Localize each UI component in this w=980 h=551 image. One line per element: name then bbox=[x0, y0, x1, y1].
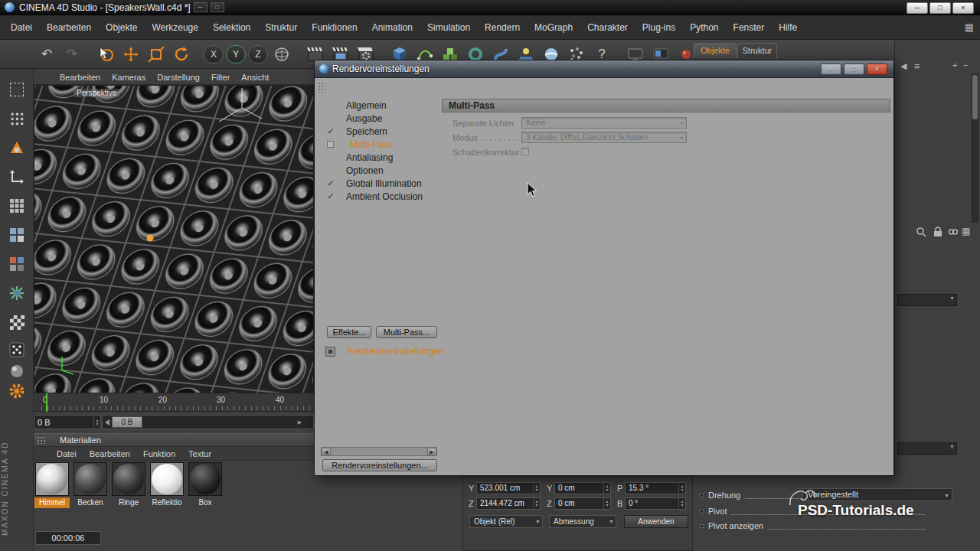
key-dot-icon[interactable] bbox=[700, 494, 704, 497]
menu-selektion[interactable]: Selektion bbox=[213, 22, 250, 33]
attribute-dropdown-bottom[interactable]: ▼ bbox=[897, 442, 957, 455]
coord-field-z2[interactable]: 0 cm▴▾ bbox=[554, 497, 611, 510]
timeline-range-handle[interactable]: 0 B bbox=[112, 416, 142, 428]
minimize-button[interactable]: ─ bbox=[906, 2, 928, 14]
spin-down-icon[interactable]: ▾ bbox=[96, 422, 98, 426]
z-axis-lock-button[interactable]: Z bbox=[248, 45, 268, 64]
scale-tool-icon[interactable] bbox=[145, 43, 168, 66]
marquee-selection-icon[interactable] bbox=[4, 77, 30, 103]
menu-plugins[interactable]: Plug-ins bbox=[642, 22, 675, 33]
schattenkorrektur-checkbox[interactable] bbox=[521, 148, 529, 155]
x-axis-lock-button[interactable]: X bbox=[204, 45, 224, 64]
dialog-titlebar[interactable]: Rendervoreinstellungen ─ □ × bbox=[315, 60, 893, 78]
coord-field-y2[interactable]: 0 cm▴▾ bbox=[554, 482, 611, 494]
y-axis-lock-button[interactable]: Y bbox=[226, 45, 246, 64]
layout-icon[interactable]: ▦ bbox=[965, 21, 974, 33]
material-thumb-ringe[interactable] bbox=[112, 462, 145, 496]
mat-menu-funktion[interactable]: Funktion bbox=[143, 449, 175, 458]
coord-size-dropdown[interactable]: Abmessung▼ bbox=[549, 515, 616, 528]
grid-blue-icon[interactable] bbox=[4, 222, 30, 248]
checkmark-icon[interactable]: ✓ bbox=[325, 126, 336, 136]
live-selection-icon[interactable] bbox=[94, 43, 117, 66]
menu-mograph[interactable]: MoGraph bbox=[534, 22, 573, 33]
axis-tool-icon[interactable] bbox=[4, 164, 30, 190]
section-optionen[interactable]: Optionen bbox=[322, 164, 439, 177]
section-multi-pass[interactable]: Multi-Pass bbox=[322, 138, 439, 151]
coord-field-y[interactable]: 523.001 cm▴▾ bbox=[476, 482, 541, 494]
render-settings-bottom-button[interactable]: Rendervoreinstellungen... bbox=[322, 459, 437, 471]
timeline-ruler[interactable]: 0 10 20 30 40 bbox=[34, 393, 314, 412]
timeline-playhead[interactable] bbox=[46, 393, 47, 412]
separate-lichter-dropdown[interactable]: Keine▼ bbox=[521, 117, 687, 129]
menu-fenster[interactable]: Fenster bbox=[733, 22, 765, 33]
material-thumb-box[interactable] bbox=[188, 462, 222, 496]
coordinate-system-icon[interactable] bbox=[270, 43, 293, 66]
multipass-button[interactable]: Multi-Pass... bbox=[376, 326, 437, 338]
sections-horizontal-scrollbar[interactable]: ◀ ▶ bbox=[321, 447, 437, 456]
material-thumb-reflektio[interactable] bbox=[150, 462, 184, 496]
checkmark-icon[interactable]: ✓ bbox=[325, 178, 336, 188]
scrollbar-thumb[interactable] bbox=[972, 75, 978, 119]
empty-checkbox-icon[interactable] bbox=[327, 141, 334, 148]
checkmark-icon[interactable]: ✓ bbox=[325, 191, 336, 201]
scroll-left-icon[interactable]: ◀ bbox=[322, 448, 331, 455]
effects-button[interactable]: Effekte... bbox=[327, 326, 371, 338]
current-frame-field[interactable]: 0 B ▴▾ bbox=[34, 415, 101, 429]
key-dot-icon[interactable] bbox=[700, 510, 704, 514]
material-thumb-himmel[interactable] bbox=[35, 462, 69, 496]
zoom-out-icon[interactable]: − bbox=[963, 60, 968, 70]
gear-icon[interactable] bbox=[4, 378, 30, 404]
material-label-reflektio[interactable]: Reflektio bbox=[149, 497, 185, 508]
materials-grip[interactable] bbox=[37, 436, 46, 444]
menu-simulation[interactable]: Simulation bbox=[427, 22, 470, 33]
menu-bearbeiten[interactable]: Bearbeiten bbox=[47, 22, 91, 33]
lock-icon[interactable] bbox=[933, 227, 943, 240]
mat-menu-datei[interactable]: Datei bbox=[57, 449, 77, 458]
material-label-becken[interactable]: Becken bbox=[73, 497, 108, 508]
material-thumb-becken[interactable] bbox=[74, 462, 107, 496]
menu-objekte[interactable]: Objekte bbox=[106, 22, 137, 33]
material-label-himmel[interactable]: Himmel bbox=[34, 497, 70, 508]
dialog-maximize-button[interactable]: □ bbox=[844, 64, 864, 75]
maximize-button[interactable]: □ bbox=[929, 2, 951, 14]
attribute-dropdown-top[interactable]: ▼ bbox=[897, 294, 957, 306]
menu-funktionen[interactable]: Funktionen bbox=[312, 22, 357, 33]
section-ausgabe[interactable]: Ausgabe bbox=[322, 112, 439, 125]
document-minimize-button[interactable]: ─ bbox=[194, 2, 207, 12]
move-tool-icon[interactable] bbox=[119, 43, 142, 66]
menu-werkzeuge[interactable]: Werkzeuge bbox=[152, 22, 198, 33]
vp-menu-darstellung[interactable]: Darstellung bbox=[157, 73, 200, 82]
dialog-minimize-button[interactable]: ─ bbox=[821, 64, 841, 75]
scroll-right-icon[interactable]: ▶ bbox=[427, 448, 436, 455]
checker-icon[interactable] bbox=[4, 309, 30, 335]
apply-button[interactable]: Anwenden bbox=[624, 515, 688, 528]
material-label-box[interactable]: Box bbox=[188, 497, 223, 508]
cone-primitive-icon[interactable] bbox=[4, 135, 30, 161]
rotate-tool-icon[interactable] bbox=[170, 43, 193, 66]
menu-python[interactable]: Python bbox=[690, 22, 718, 33]
section-ambient-occlusion[interactable]: ✓Ambient Occlusion bbox=[322, 190, 439, 203]
coord-mode-dropdown[interactable]: Objekt (Rel)▼ bbox=[469, 515, 543, 528]
vp-menu-bearbeiten[interactable]: Bearbeiten bbox=[60, 73, 100, 82]
coord-field-p[interactable]: 15.3 °▴▾ bbox=[625, 482, 686, 494]
tab-objekte[interactable]: Objekte bbox=[694, 43, 737, 58]
panel-back-icon[interactable]: ◀ bbox=[900, 61, 906, 71]
viewport-3d[interactable] bbox=[34, 85, 314, 393]
time-display-field[interactable]: 00:00:06 bbox=[35, 531, 101, 545]
menu-datei[interactable]: Datei bbox=[11, 22, 32, 33]
section-global-illumination[interactable]: ✓Global Illumination bbox=[322, 177, 439, 190]
vp-menu-kameras[interactable]: Kameras bbox=[112, 73, 145, 82]
section-allgemein[interactable]: Allgemein bbox=[322, 99, 439, 112]
tab-struktur[interactable]: Struktur bbox=[737, 43, 777, 58]
section-speichern[interactable]: ✓Speichern bbox=[322, 125, 439, 138]
modus-dropdown[interactable]: 3 Kanäle: Diffus,Glanzlicht,Schatten▼ bbox=[521, 132, 687, 143]
link-icon[interactable] bbox=[948, 227, 959, 240]
menu-struktur[interactable]: Struktur bbox=[265, 22, 297, 33]
section-antialiasing[interactable]: Antialiasing bbox=[322, 151, 439, 164]
material-label-ringe[interactable]: Ringe bbox=[111, 497, 146, 508]
render-settings-tree-icon[interactable] bbox=[325, 347, 335, 357]
panel-menu-icon[interactable]: ≡ bbox=[914, 60, 920, 72]
dialog-close-button[interactable]: × bbox=[867, 64, 887, 75]
menu-rendern[interactable]: Rendern bbox=[485, 22, 520, 33]
zoom-in-icon[interactable]: + bbox=[952, 60, 957, 70]
